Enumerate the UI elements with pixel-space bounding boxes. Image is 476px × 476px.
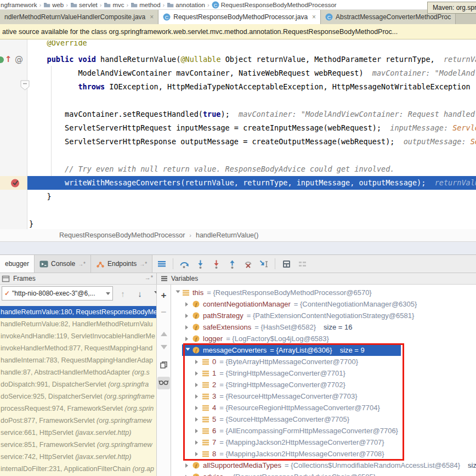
breadcrumb-item-web[interactable]: web [43, 2, 64, 8]
breadcrumb-item-method[interactable]: method [131, 2, 160, 8]
chevron-right-icon[interactable] [195, 394, 200, 399]
breadcrumb-item-annotation[interactable]: annotation [167, 2, 205, 8]
code-line[interactable]: ServletServerHttpRequest inputMessage = … [27, 121, 476, 135]
breadcrumb-item-servlet[interactable]: servlet [70, 2, 98, 8]
stack-frame[interactable]: service:851, FrameworkServlet (org.sprin… [0, 439, 156, 451]
code-line[interactable]: } [27, 190, 476, 203]
variable-row-1[interactable]: 1= {StringHttpMessageConverter@7701} [171, 367, 476, 379]
variable-row-allSupportedMediaTypes[interactable]: fallSupportedMediaTypes= {Collections$Un… [171, 460, 476, 471]
chevron-right-icon[interactable] [195, 383, 200, 387]
code-line[interactable]: public void handleReturnValue(@Nullable … [27, 53, 476, 66]
maven-library-button[interactable]: Maven: org.spring [427, 2, 476, 14]
move-up-button[interactable] [157, 328, 171, 336]
chevron-down-icon[interactable] [176, 290, 180, 295]
stack-frame[interactable]: doDispatch:991, DispatcherServlet (org.s… [0, 378, 156, 390]
menu-icon[interactable] [161, 276, 167, 281]
variable-row-3[interactable]: 3= {ResourceHttpMessageConverter@7703} [171, 390, 476, 402]
code-line[interactable]: ServletServerHttpResponse outputMessage … [27, 135, 476, 149]
remove-watch-button[interactable]: − [157, 309, 171, 316]
code-line[interactable] [27, 203, 476, 217]
debug-tab-Console[interactable]: Console→* [35, 255, 91, 273]
variable-row-0[interactable]: 0= {ByteArrayHttpMessageConverter@7700} [171, 356, 476, 367]
chevron-right-icon[interactable] [185, 302, 190, 307]
code-line[interactable] [27, 94, 476, 107]
stack-frame[interactable]: internalDoFilter:231, ApplicationFilterC… [0, 463, 156, 475]
drop-frame-button[interactable] [243, 259, 253, 269]
stack-frame[interactable]: service:742, HttpServlet (javax.servlet.… [0, 451, 156, 463]
stack-frame[interactable]: invokeAndHandle:119, ServletInvocableHan… [0, 330, 156, 342]
stack-frame[interactable]: handle:87, AbstractHandlerMethodAdapter … [0, 366, 156, 378]
copy-stack-button[interactable] [157, 360, 171, 370]
code-line[interactable]: // Try even with null return value. Resp… [27, 162, 476, 176]
chevron-right-icon[interactable] [185, 314, 190, 318]
stack-frame[interactable]: handleReturnValue:82, HandlerMethodRetur… [0, 318, 156, 330]
editor-tab[interactable]: CRequestResponseBodyMethodProcessor.java… [158, 10, 321, 24]
thread-up-button[interactable]: ↑ [118, 288, 128, 298]
code-editor[interactable]: ↑ @ @Override public void handleReturnVa… [0, 39, 476, 229]
step-out-button[interactable] [227, 259, 237, 269]
breakpoint-icon[interactable] [10, 178, 20, 190]
filter-button[interactable] [152, 288, 156, 298]
chevron-down-icon[interactable] [186, 348, 190, 353]
stack-frame[interactable]: handleReturnValue:180, RequestResponseBo… [0, 306, 156, 318]
overrides-method-icon[interactable]: ↑ [5, 54, 12, 64]
layout-settings-button[interactable] [297, 259, 307, 269]
variable-row-contentNegotiationManager[interactable]: fcontentNegotiationManager= {ContentNego… [171, 298, 476, 310]
stack-frame[interactable]: handleInternal:783, RequestMappingHandle… [0, 354, 156, 366]
debug-tab-ebugger[interactable]: ebugger [0, 255, 35, 273]
stack-frame[interactable]: processRequest:974, FrameworkServlet (or… [0, 403, 156, 415]
chevron-right-icon[interactable] [195, 440, 200, 445]
step-into-button[interactable] [195, 259, 205, 269]
stack-frame[interactable]: invokeHandlerMethod:877, RequestMappingH… [0, 342, 156, 354]
close-icon[interactable]: × [150, 13, 154, 21]
code-line[interactable] [27, 149, 476, 162]
chevron-right-icon[interactable] [195, 371, 200, 376]
chevron-right-icon[interactable] [195, 452, 200, 456]
execution-line[interactable]: writeWithMessageConverters(returnValue, … [27, 176, 476, 190]
thread-selector[interactable]: ✓ "http-nio-8080-exec-3"@6,... [2, 286, 113, 301]
force-step-into-button[interactable] [211, 259, 221, 269]
show-watches-button[interactable] [157, 377, 171, 389]
stack-frame[interactable]: doService:925, DispatcherServlet (org.sp… [0, 390, 156, 403]
menu-button[interactable] [157, 259, 167, 269]
chevron-right-icon[interactable] [185, 325, 190, 330]
variable-row-safeExtensions[interactable]: fsafeExtensions= {HashSet@6582}size = 16 [171, 321, 476, 333]
stack-frame[interactable]: service:661, HttpServlet (javax.servlet.… [0, 427, 156, 439]
variable-row-2[interactable]: 2= {StringHttpMessageConverter@7702} [171, 379, 476, 390]
chevron-right-icon[interactable] [195, 429, 200, 433]
chevron-right-icon[interactable] [185, 337, 190, 341]
variable-row-messageConverters[interactable]: fmessageConverters= {ArrayList@6306}size… [171, 344, 476, 356]
variable-row-this[interactable]: this= {RequestResponseBodyMethodProcesso… [171, 287, 476, 298]
step-over-button[interactable] [179, 259, 189, 269]
variable-row-8[interactable]: 8= {MappingJackson2HttpMessageConverter@… [171, 448, 476, 460]
chevron-right-icon[interactable] [185, 463, 190, 468]
breadcrumb-class[interactable]: RequestResponseBodyMethodProcessor [59, 231, 185, 239]
variables-tree[interactable]: this= {RequestResponseBodyMethodProcesso… [171, 287, 476, 476]
variable-row-6[interactable]: 6= {AllEncompassingFormHttpMessageConver… [171, 425, 476, 437]
breadcrumb-item-ngframework[interactable]: ngframework [1, 2, 37, 8]
run-to-cursor-button[interactable] [259, 259, 269, 269]
variable-row-4[interactable]: 4= {ResourceRegionHttpMessageConverter@7… [171, 402, 476, 413]
add-watch-button[interactable]: + [157, 291, 171, 300]
editor-tab[interactable]: ndlerMethodReturnValueHandlerComposite.j… [0, 10, 158, 24]
variable-row-7[interactable]: 7= {MappingJackson2HttpMessageConverter@… [171, 437, 476, 448]
run-method-icon[interactable] [0, 56, 4, 63]
code-line[interactable]: ModelAndViewContainer mavContainer, Nati… [27, 66, 476, 80]
chevron-right-icon[interactable] [195, 406, 200, 410]
code-line[interactable]: mavContainer.setRequestHandled(true); ma… [27, 107, 476, 121]
code-line[interactable]: throws IOException, HttpMediaTypeNotAcce… [27, 80, 476, 94]
chevron-right-icon[interactable] [195, 360, 200, 364]
variable-row-pathStrategy[interactable]: fpathStrategy= {PathExtensionContentNego… [171, 310, 476, 321]
breadcrumb-item-mvc[interactable]: mvc [104, 2, 124, 8]
debug-tab-Endpoints[interactable]: Endpoints→* [91, 255, 152, 273]
close-icon[interactable]: × [312, 13, 316, 21]
variable-row-5[interactable]: 5= {SourceHttpMessageConverter@7705} [171, 413, 476, 425]
stack-frame[interactable]: doPost:877, FrameworkServlet (org.spring… [0, 415, 156, 427]
thread-down-button[interactable]: ↓ [135, 288, 145, 298]
hide-panel-icon[interactable]: →* [145, 274, 153, 281]
breadcrumb-item-RequestResponseBodyMethodProcessor[interactable]: CRequestResponseBodyMethodProcessor [212, 1, 337, 9]
code-line[interactable]: } [27, 217, 476, 229]
chevron-right-icon[interactable] [195, 417, 200, 422]
evaluate-expression-button[interactable] [281, 259, 291, 269]
move-down-button[interactable] [157, 345, 171, 353]
